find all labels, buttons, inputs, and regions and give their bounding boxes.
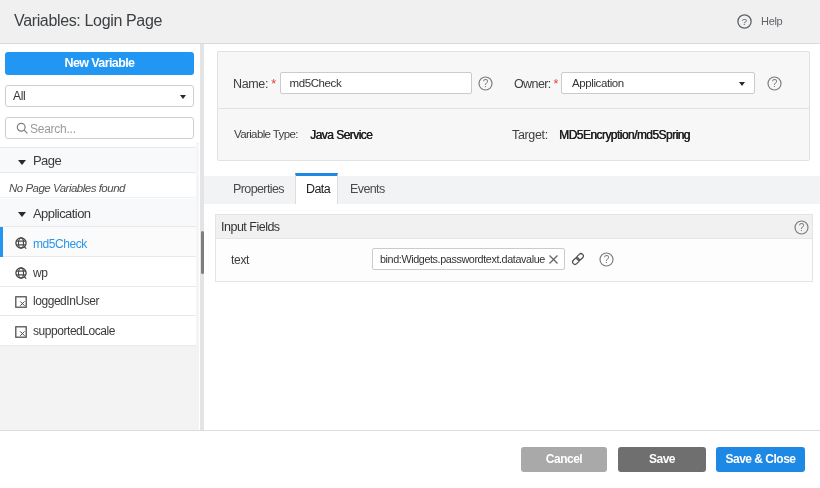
svg-text:?: ? <box>604 254 610 265</box>
svg-text:?: ? <box>742 16 747 27</box>
svg-text:?: ? <box>771 78 777 89</box>
svg-text:?: ? <box>799 222 805 233</box>
svg-text:?: ? <box>483 78 489 89</box>
